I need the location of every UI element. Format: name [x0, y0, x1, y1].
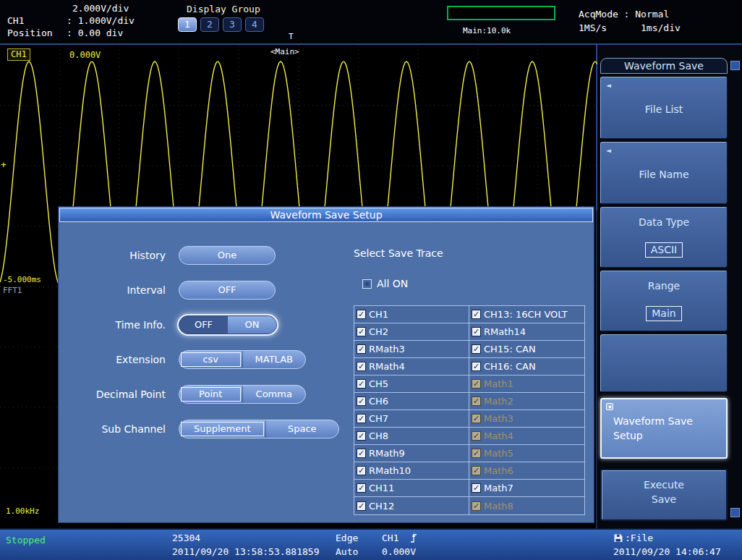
trace-cell-ch5[interactable]: ✓CH5 — [354, 376, 469, 393]
checkbox-icon[interactable]: ✓ — [472, 327, 481, 336]
trace-cell-math3[interactable]: ✓Math3 — [469, 410, 584, 428]
trace-cell-ch11[interactable]: ✓CH11 — [354, 480, 469, 497]
extension-matlab-option[interactable]: MATLAB — [242, 351, 306, 368]
trace-cell-rmath9[interactable]: ✓RMath9 — [354, 445, 469, 462]
sub-channel-supplement-option[interactable]: Supplement — [179, 420, 265, 438]
checkbox-icon[interactable]: ✓ — [472, 414, 481, 423]
trace-cell-ch16-can[interactable]: ✓CH16: CAN — [469, 358, 584, 376]
trace-cell-rmath3[interactable]: ✓RMath3 — [354, 341, 469, 358]
trace-cell-math1[interactable]: ✓Math1 — [469, 376, 584, 393]
scroll-indicator-top[interactable] — [730, 61, 740, 70]
display-group-button-2[interactable]: 2 — [200, 17, 219, 32]
softkey-execute-save[interactable]: Execute Save — [600, 469, 728, 521]
trace-cell-math4[interactable]: ✓Math4 — [469, 428, 584, 445]
decimal-point-point-option[interactable]: Point — [179, 386, 242, 403]
sub-channel-space-option[interactable]: Space — [265, 420, 338, 438]
trace-cell-ch15-can[interactable]: ✓CH15: CAN — [469, 341, 584, 358]
trace-label: CH8 — [369, 430, 388, 441]
trace-label: Math5 — [484, 448, 513, 459]
all-on-checkbox[interactable]: All ON — [362, 278, 408, 289]
trace-cell-ch2[interactable]: ✓CH2 — [354, 323, 469, 341]
checkbox-icon[interactable]: ✓ — [357, 310, 366, 319]
checkbox-icon[interactable]: ✓ — [472, 501, 481, 511]
probe-scale: 2.000V/div — [72, 3, 129, 14]
checkbox-icon[interactable]: ✓ — [472, 396, 481, 406]
display-group-button-1[interactable]: 1 — [178, 17, 197, 32]
extension-toggle[interactable]: csv MATLAB — [179, 350, 306, 369]
checkbox-icon[interactable]: ✓ — [357, 379, 366, 389]
trace-cell-math7[interactable]: ✓Math7 — [469, 480, 584, 497]
checkbox-icon[interactable]: ✓ — [357, 483, 366, 493]
trigger-position-marker[interactable]: T — [289, 32, 294, 41]
fft-frequency: 1.00kHz — [6, 506, 39, 516]
time-info-on-option[interactable]: ON — [228, 316, 276, 334]
checkbox-icon[interactable]: ✓ — [472, 344, 481, 354]
time-info-toggle[interactable]: OFF ON — [179, 315, 277, 334]
trigger-source: CH1 — [382, 533, 398, 543]
rising-edge-icon — [409, 533, 418, 543]
softkey-data-type[interactable]: Data Type ASCII — [600, 207, 728, 268]
record-length: Main:10.0k — [463, 26, 511, 35]
checkbox-icon[interactable]: ✓ — [357, 501, 366, 511]
trace-label: CH6 — [369, 396, 388, 407]
trace-label: CH16: CAN — [484, 361, 536, 372]
trace-cell-math2[interactable]: ✓Math2 — [469, 393, 584, 410]
trace-cell-ch6[interactable]: ✓CH6 — [354, 393, 469, 410]
trace-label: CH11 — [369, 483, 394, 493]
checkbox-icon[interactable]: ✓ — [472, 379, 481, 389]
trace-label: RMath4 — [369, 361, 405, 372]
checkbox-icon[interactable]: ✓ — [357, 466, 366, 475]
trace-cell-ch8[interactable]: ✓CH8 — [354, 428, 469, 445]
select-save-trace-label: Select Save Trace — [354, 247, 443, 259]
sub-channel-toggle[interactable]: Supplement Space — [179, 420, 339, 438]
trace-label: RMath10 — [369, 465, 411, 476]
checkbox-icon[interactable]: ✓ — [472, 483, 481, 493]
sub-channel-label: Sub Channel — [64, 420, 166, 438]
scroll-indicator-bottom[interactable] — [730, 508, 740, 517]
extension-csv-option[interactable]: csv — [179, 351, 242, 368]
trace-cell-ch7[interactable]: ✓CH7 — [354, 410, 469, 428]
channel-position-marker[interactable]: + — [1, 159, 7, 170]
trace-cell-math8[interactable]: ✓Math8 — [469, 497, 584, 514]
checkbox-icon[interactable]: ✓ — [472, 449, 481, 458]
acquisition-timestamp: 2011/09/20 13:58:53.881859 — [172, 546, 320, 557]
trace-cell-rmath4[interactable]: ✓RMath4 — [354, 358, 469, 376]
checkbox-icon[interactable]: ✓ — [357, 414, 366, 423]
display-group-button-3[interactable]: 3 — [223, 17, 242, 32]
channel-scale: : 1.000V/div — [67, 15, 135, 26]
softkey-value-wrap: Main — [601, 306, 727, 321]
checkbox-icon[interactable]: ✓ — [357, 449, 366, 458]
trace-cell-ch1[interactable]: ✓CH1 — [354, 306, 469, 323]
checkbox-icon[interactable]: ✓ — [357, 344, 366, 354]
softkey-file-name[interactable]: ◄ File Name — [600, 142, 728, 204]
time-info-off-option[interactable]: OFF — [179, 316, 228, 334]
history-button[interactable]: One — [179, 246, 276, 265]
trace-cell-math5[interactable]: ✓Math5 — [469, 445, 584, 462]
storage-destination: :File — [625, 533, 653, 543]
checkbox-icon[interactable]: ✓ — [357, 327, 366, 336]
decimal-point-toggle[interactable]: Point Comma — [179, 385, 306, 404]
softkey-waveform-save-setup[interactable]: Waveform Save Setup — [600, 398, 728, 459]
checkbox-icon[interactable]: ✓ — [357, 396, 366, 406]
trace-cell-ch13-16ch-volt[interactable]: ✓CH13: 16CH VOLT — [469, 306, 584, 323]
checkbox-icon[interactable] — [362, 279, 372, 289]
oscilloscope-screen: 2.000V/div CH1 : 1.000V/div Position : 0… — [0, 0, 742, 560]
trace-cell-ch12[interactable]: ✓CH12 — [354, 497, 469, 514]
softkey-file-list[interactable]: ◄ File List — [600, 77, 728, 139]
trace-cell-math6[interactable]: ✓Math6 — [469, 462, 584, 480]
trace-label: CH13: 16CH VOLT — [484, 309, 568, 320]
softkey-range[interactable]: Range Main — [600, 271, 728, 331]
trace-cell-rmath10[interactable]: ✓RMath10 — [354, 462, 469, 480]
checkbox-icon[interactable]: ✓ — [472, 362, 481, 371]
checkbox-icon[interactable]: ✓ — [472, 431, 481, 441]
trace-cell-rmath14[interactable]: ✓RMath14 — [469, 323, 584, 341]
decimal-point-comma-option[interactable]: Comma — [242, 386, 306, 403]
interval-button[interactable]: OFF — [179, 281, 276, 300]
display-group-button-4[interactable]: 4 — [245, 17, 264, 32]
checkbox-icon[interactable]: ✓ — [472, 466, 481, 475]
channel-offset: 0.000V — [69, 50, 101, 60]
trace-label: Math1 — [484, 378, 513, 389]
checkbox-icon[interactable]: ✓ — [357, 362, 366, 371]
checkbox-icon[interactable]: ✓ — [357, 431, 366, 441]
checkbox-icon[interactable]: ✓ — [472, 310, 481, 319]
